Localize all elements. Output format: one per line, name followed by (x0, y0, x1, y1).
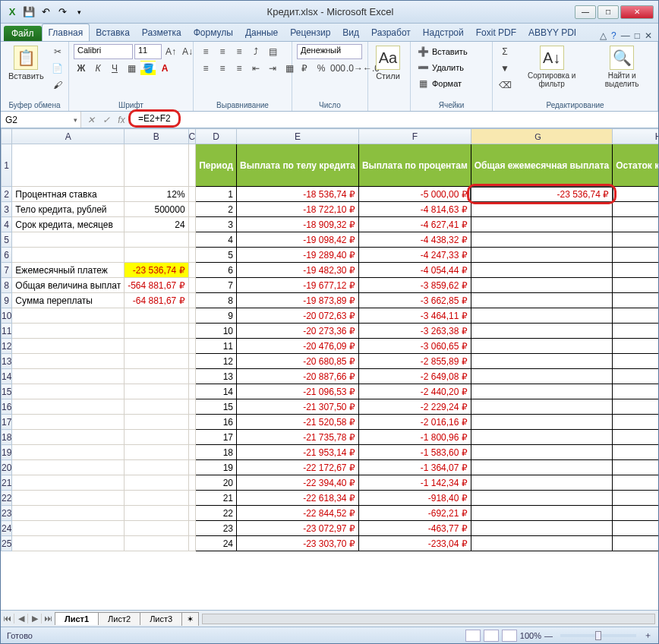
cell-B25[interactable] (125, 536, 188, 551)
paste-button[interactable]: 📋 Вставить (5, 44, 47, 82)
tab-home[interactable]: Главная (42, 24, 90, 41)
cell-C4[interactable] (188, 217, 196, 232)
decrease-indent-icon[interactable]: ⇤ (248, 61, 263, 76)
cell-B18[interactable] (125, 430, 188, 445)
cell-D24[interactable]: 23 (196, 521, 237, 536)
cell-D2[interactable]: 1 (196, 187, 237, 202)
doc-close-icon[interactable]: ✕ (645, 30, 652, 41)
doc-minimize-icon[interactable]: — (621, 30, 630, 41)
cell-C18[interactable] (188, 430, 196, 445)
format-cells-label[interactable]: Формат (432, 79, 462, 88)
cell-G20[interactable] (471, 460, 612, 475)
cell-A2[interactable]: Процентная ставка (12, 187, 125, 202)
cell-E9[interactable]: -19 873,89 ₽ (237, 293, 359, 308)
view-normal-icon[interactable] (465, 630, 481, 642)
row-20[interactable]: 20 (2, 460, 12, 475)
cell-H9[interactable] (613, 293, 658, 308)
cell-D21[interactable]: 20 (196, 475, 237, 491)
cell-C15[interactable] (188, 384, 196, 399)
cell-C24[interactable] (188, 521, 196, 536)
cell-H18[interactable] (613, 430, 658, 445)
cell-H8[interactable] (613, 278, 658, 293)
cell-A16[interactable] (12, 399, 125, 415)
cell-C5[interactable] (188, 232, 196, 248)
align-left-icon[interactable]: ≡ (198, 61, 213, 76)
cell-C19[interactable] (188, 445, 196, 460)
cell-C21[interactable] (188, 475, 196, 491)
cell-B11[interactable] (125, 324, 188, 339)
comma-icon[interactable]: 000 (330, 61, 345, 76)
cell-E20[interactable]: -22 172,67 ₽ (237, 460, 359, 475)
cell-H25[interactable] (613, 536, 658, 551)
help-icon[interactable]: ? (611, 30, 616, 41)
cell-B19[interactable] (125, 445, 188, 460)
row-4[interactable]: 4 (2, 217, 12, 232)
cell-E15[interactable]: -21 096,53 ₽ (237, 384, 359, 399)
cell-H12[interactable] (613, 339, 658, 354)
number-format-select[interactable]: Денежный (297, 44, 362, 59)
cell-A24[interactable] (12, 521, 125, 536)
cell-C9[interactable] (188, 293, 196, 308)
col-E[interactable]: E (237, 129, 359, 144)
cell-G6[interactable] (471, 248, 612, 263)
new-sheet-button[interactable]: ✶ (181, 612, 199, 626)
cell-C17[interactable] (188, 415, 196, 430)
cell-F13[interactable]: -2 855,89 ₽ (358, 354, 471, 369)
align-bottom-icon[interactable]: ≡ (232, 44, 247, 59)
select-all-button[interactable] (2, 129, 12, 144)
row-19[interactable]: 19 (2, 445, 12, 460)
cell-C25[interactable] (188, 536, 196, 551)
tab-review[interactable]: Рецензир (284, 24, 336, 41)
cell-D10[interactable]: 9 (196, 308, 237, 324)
cell-D4[interactable]: 3 (196, 217, 237, 232)
increase-decimal-icon[interactable]: .0→ (347, 61, 362, 76)
wrap-text-icon[interactable]: ▤ (265, 44, 280, 59)
row-25[interactable]: 25 (2, 536, 12, 551)
cell-G12[interactable] (471, 339, 612, 354)
cell-A25[interactable] (12, 536, 125, 551)
row-10[interactable]: 10 (2, 308, 12, 324)
cell-C6[interactable] (188, 248, 196, 263)
cell-H23[interactable] (613, 506, 658, 521)
cell-F12[interactable]: -3 060,65 ₽ (358, 339, 471, 354)
format-painter-icon[interactable]: 🖌 (50, 77, 65, 93)
fx-icon[interactable]: fx (115, 115, 128, 125)
cell-C23[interactable] (188, 506, 196, 521)
close-button[interactable]: ✕ (620, 5, 654, 19)
font-size-select[interactable]: 11 (134, 44, 162, 59)
autosum-icon[interactable]: Σ (497, 44, 512, 59)
cell-F17[interactable]: -2 016,16 ₽ (358, 415, 471, 430)
zoom-in-button[interactable]: ＋ (644, 630, 652, 641)
sheet-tab-2[interactable]: Лист2 (98, 612, 140, 625)
row-15[interactable]: 15 (2, 384, 12, 399)
cell-G17[interactable] (471, 415, 612, 430)
cell-E4[interactable]: -18 909,32 ₽ (237, 217, 359, 232)
cell-G3[interactable] (471, 202, 612, 217)
cell-H15[interactable] (613, 384, 658, 399)
qat-undo-icon[interactable]: ↶ (39, 5, 52, 19)
cell-D13[interactable]: 12 (196, 354, 237, 369)
cell-E14[interactable]: -20 887,66 ₽ (237, 369, 359, 384)
cell-E18[interactable]: -21 735,78 ₽ (237, 430, 359, 445)
cell-C2[interactable] (188, 187, 196, 202)
cell-F24[interactable]: -463,77 ₽ (358, 521, 471, 536)
cell-B14[interactable] (125, 369, 188, 384)
tab-foxit[interactable]: Foxit PDF (470, 24, 522, 41)
spreadsheet-grid[interactable]: A B C D E F G H 1 Период Выплата по телу… (1, 128, 658, 610)
cell-C8[interactable] (188, 278, 196, 293)
cell-A18[interactable] (12, 430, 125, 445)
cell-G15[interactable] (471, 384, 612, 399)
cell-F9[interactable]: -3 662,85 ₽ (358, 293, 471, 308)
cell-D3[interactable]: 2 (196, 202, 237, 217)
cell-H13[interactable] (613, 354, 658, 369)
underline-button[interactable]: Ч (107, 61, 122, 76)
cell-B4[interactable]: 24 (125, 217, 188, 232)
cell-F8[interactable]: -3 859,62 ₽ (358, 278, 471, 293)
sort-filter-button[interactable]: A↓ Сортировка и фильтр (516, 44, 588, 90)
cell-A5[interactable] (12, 232, 125, 248)
cell-G18[interactable] (471, 430, 612, 445)
cell-G23[interactable] (471, 506, 612, 521)
cell-A19[interactable] (12, 445, 125, 460)
tab-data[interactable]: Данные (239, 24, 284, 41)
hdr-balance[interactable]: Остаток к выплате (613, 144, 658, 187)
